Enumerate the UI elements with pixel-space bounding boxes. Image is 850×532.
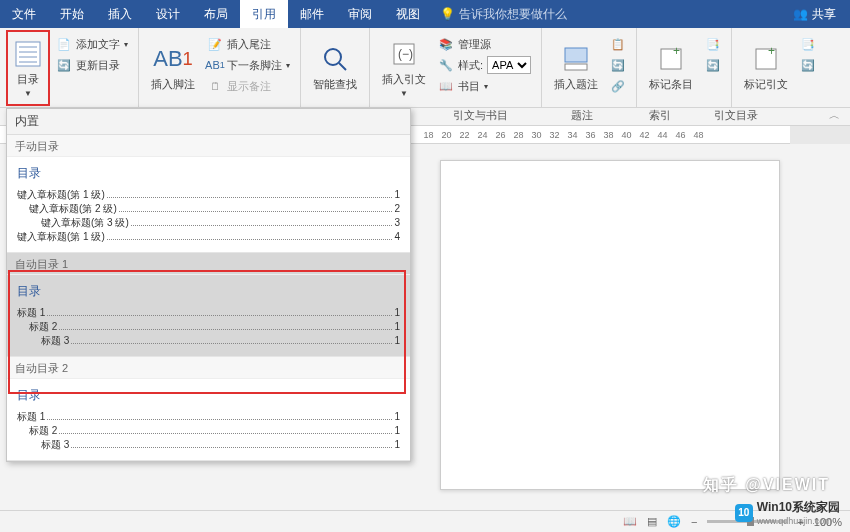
tab-mailings[interactable]: 邮件: [288, 0, 336, 28]
next-footnote-icon: AB1: [207, 57, 223, 73]
toc-page: 1: [394, 439, 400, 450]
section-auto2: 自动目录 2: [7, 357, 410, 379]
insert-endnote-button[interactable]: 📝 插入尾注: [203, 34, 294, 54]
tab-insert[interactable]: 插入: [96, 0, 144, 28]
insert-footnote-label: 插入脚注: [151, 77, 195, 92]
tell-me-label: 告诉我你想要做什么: [459, 6, 567, 23]
tab-review[interactable]: 审阅: [336, 0, 384, 28]
ruler-tick: 40: [618, 130, 635, 140]
web-layout-icon[interactable]: 🌐: [667, 515, 681, 528]
toc-text: 标题 3: [41, 438, 69, 452]
svg-rect-10: [565, 64, 587, 70]
index-opt1[interactable]: 📑: [701, 34, 725, 54]
ruler-tick: 44: [654, 130, 671, 140]
collapse-ribbon-icon[interactable]: ︿: [819, 108, 850, 125]
tab-strip: 文件 开始 插入 设计 布局 引用 邮件 审阅 视图 💡 告诉我你想要做什么 👥…: [0, 0, 850, 28]
mark-entry-icon: +: [655, 43, 687, 75]
panel-header-builtin: 内置: [7, 109, 410, 135]
show-notes-button: 🗒 显示备注: [203, 76, 294, 96]
update-toa-icon: 🔄: [800, 57, 816, 73]
footnote-icon: AB1: [157, 43, 189, 75]
dropdown-icon: ▾: [124, 40, 128, 49]
ruler-tick: 30: [528, 130, 545, 140]
mark-citation-button[interactable]: + 标记引文: [738, 32, 794, 103]
add-text-button[interactable]: 📄 添加文字 ▾: [52, 34, 132, 54]
toc-preview-manual[interactable]: 目录 键入章标题(第 1 级)1 键入章标题(第 2 级)2 键入章标题(第 3…: [7, 157, 410, 253]
smart-lookup-icon: [319, 43, 351, 75]
bibliography-button[interactable]: 📖 书目 ▾: [434, 76, 535, 96]
toc-preview-auto2[interactable]: 目录 标题 11 标题 21 标题 31: [7, 379, 410, 461]
share-icon: 👥: [793, 7, 808, 21]
update-index-icon: 🔄: [705, 57, 721, 73]
toc-page: 2: [394, 203, 400, 214]
citation-style-row: 🔧 样式: APA: [434, 55, 535, 75]
dropdown-icon: ▾: [484, 82, 488, 91]
tab-layout[interactable]: 布局: [192, 0, 240, 28]
toc-page: 3: [394, 217, 400, 228]
toc-gallery-panel: 内置 手动目录 目录 键入章标题(第 1 级)1 键入章标题(第 2 级)2 键…: [6, 108, 411, 462]
show-notes-label: 显示备注: [227, 79, 271, 94]
tab-design[interactable]: 设计: [144, 0, 192, 28]
toc-text: 标题 3: [41, 334, 69, 348]
caption-opt1[interactable]: 📋: [606, 34, 630, 54]
index-opt2[interactable]: 🔄: [701, 55, 725, 75]
toc-text: 标题 2: [29, 424, 57, 438]
watermark-logo-icon: 10: [735, 504, 753, 522]
manage-sources-label: 管理源: [458, 37, 491, 52]
citation-style-select[interactable]: APA: [487, 56, 531, 74]
toa-opt2[interactable]: 🔄: [796, 55, 820, 75]
svg-rect-9: [565, 48, 587, 62]
insert-toa-icon: 📑: [800, 36, 816, 52]
ruler-tick: 36: [582, 130, 599, 140]
mark-citation-icon: +: [750, 43, 782, 75]
style-label: 样式:: [458, 58, 483, 73]
ruler-tick: 34: [564, 130, 581, 140]
update-icon: 🔄: [610, 57, 626, 73]
toc-preview-auto1[interactable]: 目录 标题 11 标题 21 标题 31: [7, 275, 410, 357]
manage-sources-icon: 📚: [438, 36, 454, 52]
zoom-out-icon[interactable]: −: [691, 516, 697, 528]
caption-opt2[interactable]: 🔄: [606, 55, 630, 75]
document-page[interactable]: [440, 160, 780, 490]
tab-home[interactable]: 开始: [48, 0, 96, 28]
update-toc-label: 更新目录: [76, 58, 120, 73]
group-toa: + 标记引文 📑 🔄: [732, 28, 826, 107]
next-footnote-button[interactable]: AB1 下一条脚注 ▾: [203, 55, 294, 75]
tell-me-search[interactable]: 💡 告诉我你想要做什么: [440, 6, 567, 23]
toc-page: 1: [394, 425, 400, 436]
tab-view[interactable]: 视图: [384, 0, 432, 28]
dropdown-icon: ▼: [24, 89, 32, 98]
ruler-tick: 18: [420, 130, 437, 140]
group-citations: (−) 插入引文 ▼ 📚 管理源 🔧 样式: APA 📖: [370, 28, 542, 107]
tab-references[interactable]: 引用: [240, 0, 288, 28]
caption-icon: [560, 43, 592, 75]
toa-opt1[interactable]: 📑: [796, 34, 820, 54]
group-smart: 智能查找: [301, 28, 370, 107]
toc-title: 目录: [17, 165, 400, 182]
insert-footnote-button[interactable]: AB1 插入脚注: [145, 32, 201, 103]
section-manual: 手动目录: [7, 135, 410, 157]
toc-button[interactable]: 目录 ▼: [6, 32, 50, 103]
ruler-tick: 46: [672, 130, 689, 140]
show-notes-icon: 🗒: [207, 78, 223, 94]
smart-lookup-button[interactable]: 智能查找: [307, 32, 363, 103]
bibliography-label: 书目: [458, 79, 480, 94]
tab-file[interactable]: 文件: [0, 0, 48, 28]
insert-caption-button[interactable]: 插入题注: [548, 32, 604, 103]
toc-page: 1: [394, 307, 400, 318]
update-toc-button[interactable]: 🔄 更新目录: [52, 55, 132, 75]
share-button[interactable]: 👥 共享: [779, 6, 850, 23]
toc-page: 1: [394, 321, 400, 332]
toc-title: 目录: [17, 283, 400, 300]
manage-sources-button[interactable]: 📚 管理源: [434, 34, 535, 54]
insert-citation-button[interactable]: (−) 插入引文 ▼: [376, 32, 432, 103]
insert-caption-label: 插入题注: [554, 77, 598, 92]
ruler-tick: 28: [510, 130, 527, 140]
print-layout-icon[interactable]: ▤: [647, 515, 657, 528]
read-mode-icon[interactable]: 📖: [623, 515, 637, 528]
svg-text:+: +: [673, 45, 680, 58]
mark-entry-button[interactable]: + 标记条目: [643, 32, 699, 103]
toc-label: 目录: [17, 72, 39, 87]
endnote-label: 插入尾注: [227, 37, 271, 52]
caption-opt3[interactable]: 🔗: [606, 76, 630, 96]
